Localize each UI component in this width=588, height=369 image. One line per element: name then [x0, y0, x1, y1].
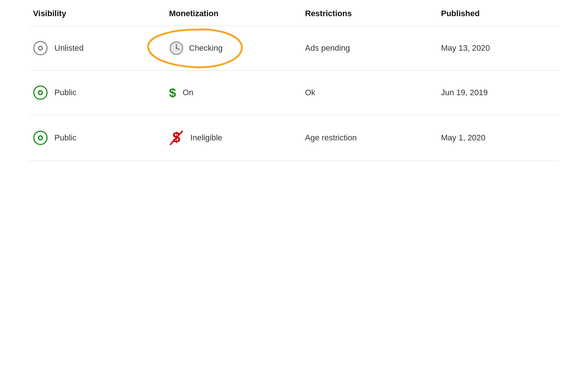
monetization-header: Monetization — [165, 9, 301, 18]
visibility-cell: Unlisted — [29, 41, 165, 55]
visibility-text: Public — [54, 133, 76, 143]
restrictions-cell: Ok — [301, 88, 437, 97]
content-table: Visibility Monetization Restrictions Pub… — [0, 0, 588, 161]
visibility-text: Public — [54, 88, 76, 97]
monetization-text: Checking — [189, 43, 223, 53]
published-cell: May 1, 2020 — [437, 133, 573, 143]
published-header: Published — [437, 9, 573, 18]
restrictions-header: Restrictions — [301, 9, 437, 18]
svg-point-2 — [39, 47, 42, 50]
public-eye-icon — [33, 130, 48, 145]
published-text: May 13, 2020 — [441, 43, 490, 53]
restrictions-text: Ads pending — [305, 43, 350, 53]
monetization-text: Ineligible — [190, 133, 222, 143]
dollar-icon: $ — [169, 86, 176, 100]
unlisted-eye-icon — [33, 41, 48, 55]
published-cell: May 13, 2020 — [437, 43, 573, 53]
public-eye-icon — [33, 85, 48, 100]
monetization-cell: $ Ineligible — [165, 130, 301, 146]
svg-point-12 — [39, 137, 42, 139]
dollar-strikethrough-icon: $ — [169, 130, 184, 146]
published-text: Jun 19, 2019 — [441, 88, 488, 97]
table-row: Unlisted Checking Ads pending — [29, 26, 559, 71]
table-row: Public $ On Ok Jun 19, 2019 — [29, 71, 559, 115]
svg-point-6 — [176, 47, 177, 49]
monetization-text: On — [183, 88, 193, 97]
restrictions-cell: Ads pending — [301, 43, 437, 53]
restrictions-cell: Age restriction — [301, 133, 437, 143]
visibility-text: Unlisted — [54, 43, 83, 53]
visibility-cell: Public — [29, 130, 165, 145]
published-cell: Jun 19, 2019 — [437, 88, 573, 97]
published-text: May 1, 2020 — [441, 133, 485, 143]
clock-icon — [169, 41, 184, 55]
table-header: Visibility Monetization Restrictions Pub… — [29, 0, 559, 26]
visibility-header: Visibility — [29, 9, 165, 18]
monetization-cell: Checking — [165, 41, 301, 55]
restrictions-text: Age restriction — [305, 133, 357, 143]
restrictions-text: Ok — [305, 88, 315, 97]
table-row: Public $ Ineligible Age restriction May … — [29, 115, 559, 161]
svg-point-9 — [39, 92, 42, 94]
monetization-cell: $ On — [165, 86, 301, 100]
visibility-cell: Public — [29, 85, 165, 100]
